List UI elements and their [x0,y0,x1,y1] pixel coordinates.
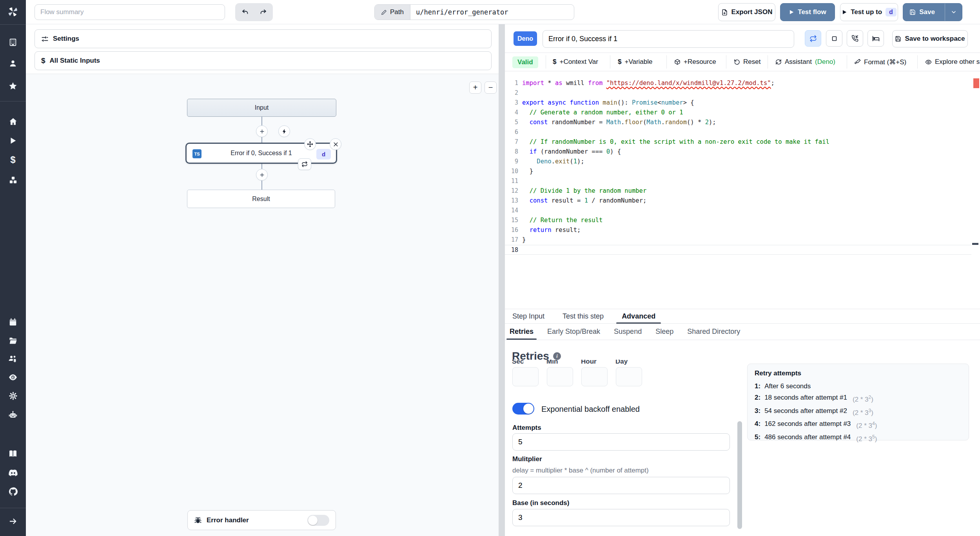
flow-summary-input[interactable] [34,4,225,20]
test-up-to-button[interactable]: Test up to d [840,3,898,21]
save-to-workspace-button[interactable]: Save to workspace [892,30,968,47]
discord-icon[interactable] [6,465,20,480]
tab-advanced[interactable]: Advanced [622,309,655,323]
save-button[interactable]: Save [903,4,941,21]
code-line[interactable]: 11 [505,176,971,186]
sleep-tool-button[interactable] [867,30,884,47]
schedules-calendar-icon[interactable] [6,315,20,329]
retries-tool-button[interactable] [805,30,821,47]
save-dropdown-button[interactable] [945,4,962,21]
resources-cubes-icon[interactable] [6,173,20,187]
folders-icon[interactable] [6,333,20,348]
path-field[interactable]: Path u/henri/error_generator [374,4,574,20]
code-line[interactable]: 6 [505,127,971,137]
tab-step-input[interactable]: Step Input [512,309,544,323]
code-line[interactable]: 4 // Generate a random number, either 0 … [505,108,971,118]
code-line[interactable]: 15 // Return the result [505,215,971,225]
redo-button[interactable] [255,5,271,20]
delete-step-button[interactable] [330,138,341,150]
sec-input[interactable] [512,367,539,386]
subtab-sleep[interactable]: Sleep [655,324,674,340]
undo-button[interactable] [237,5,253,20]
move-step-handle[interactable] [304,138,316,150]
add-context-var-button[interactable]: $ +Context Var [553,53,598,71]
subtab-suspend[interactable]: Suspend [613,324,642,340]
bolt-icon [281,129,287,134]
flow-node-input[interactable]: Input [187,99,336,117]
base-input[interactable] [512,509,730,526]
add-variable-button[interactable]: $ +Variable [618,53,653,71]
subtab-retries[interactable]: Retries [509,324,534,340]
zoom-in-button[interactable]: + [469,81,481,94]
settings-gear-icon[interactable] [6,389,20,403]
line-number: 17 [505,235,518,245]
assistant-button[interactable]: Assistant (Deno) [775,53,835,71]
code-line[interactable]: 8 if (randomNumber === 0) { [505,147,971,157]
expand-sidebar-arrow-icon[interactable] [6,514,20,528]
error-handler-toggle[interactable] [307,515,329,526]
attempts-input[interactable] [512,433,730,451]
code-line[interactable]: 16 return result; [505,225,971,235]
format-button[interactable]: Format (⌘+S) [855,53,906,71]
suspend-tool-button[interactable] [847,30,863,47]
code-line[interactable]: 14 [505,206,971,215]
user-icon[interactable] [6,56,20,71]
tab-test-this-step[interactable]: Test this step [563,309,604,323]
exponential-backoff-toggle[interactable] [512,403,534,415]
explore-scripts-button[interactable]: Explore other s [925,53,980,71]
sidebar-divider [0,24,26,25]
variables-dollar-icon[interactable]: $ [6,153,20,167]
line-number: 14 [505,206,518,215]
windmill-flow-editor: $ [0,0,980,536]
retry-badge[interactable] [298,158,311,170]
add-step-button-top[interactable] [256,125,268,137]
windmill-logo-icon[interactable] [6,5,20,19]
code-line[interactable]: 18 [505,245,971,255]
bed-icon [872,35,880,42]
code-line[interactable]: 13 const result = 1 / randomNumber; [505,196,971,206]
code-line[interactable]: 10 } [505,167,971,176]
subtab-shared-directory[interactable]: Shared Directory [686,324,741,340]
advanced-subtabs: Retries Early Stop/Break Suspend Sleep S… [505,324,980,340]
code-line[interactable]: 5 const randomNumber = Math.floor(Math.r… [505,118,971,127]
add-step-button-bottom[interactable] [256,169,268,181]
audit-logs-eye-icon[interactable] [6,370,20,384]
favorites-star-icon[interactable] [6,79,20,93]
subtab-early-stop[interactable]: Early Stop/Break [546,324,601,340]
day-input[interactable] [616,367,642,386]
early-stop-tool-button[interactable] [826,30,842,47]
code-line[interactable]: 17} [505,235,971,245]
code-line[interactable]: 12 // Divide 1 by the random number [505,186,971,196]
docs-book-icon[interactable] [6,447,20,461]
groups-users-settings-icon[interactable] [6,352,20,366]
path-value[interactable]: u/henri/error_generator [410,5,514,20]
workers-robot-icon[interactable] [6,408,20,422]
min-input[interactable] [547,367,573,386]
retries-scrollbar-thumb[interactable] [737,421,742,529]
all-static-inputs-button[interactable]: $ All Static Inputs [34,51,492,70]
code-line[interactable]: 2 [505,88,971,98]
code-line[interactable]: 3export async function main(): Promise<n… [505,98,971,108]
add-resource-button[interactable]: +Resource [674,53,716,71]
multiplier-input[interactable] [512,477,730,494]
flow-node-result[interactable]: Result [187,190,335,208]
export-json-button[interactable]: Export JSON [718,3,775,21]
test-flow-button[interactable]: Test flow [780,3,835,21]
code-line[interactable]: 9 Deno.exit(1); [505,157,971,167]
zoom-out-button[interactable]: − [485,81,497,94]
code-line[interactable]: 7 // If randomNumber is 0, exit the scri… [505,137,971,147]
code-editor[interactable]: 1import * as wmill from "https://deno.la… [505,71,980,309]
step-name-input[interactable] [543,30,794,48]
play-icon [842,9,847,15]
trigger-bolt-button[interactable] [278,125,290,137]
panel-resize-divider[interactable] [499,24,505,536]
code-line[interactable]: 1import * as wmill from "https://deno.la… [505,78,971,88]
hour-input[interactable] [581,367,608,386]
info-icon[interactable]: i [553,352,561,360]
reset-button[interactable]: Reset [734,53,760,71]
runs-play-icon[interactable] [6,134,20,148]
github-icon[interactable] [6,484,20,498]
flow-settings-button[interactable]: Settings [34,29,492,48]
home-icon[interactable] [6,114,20,129]
workspace-building-icon[interactable] [6,35,20,49]
